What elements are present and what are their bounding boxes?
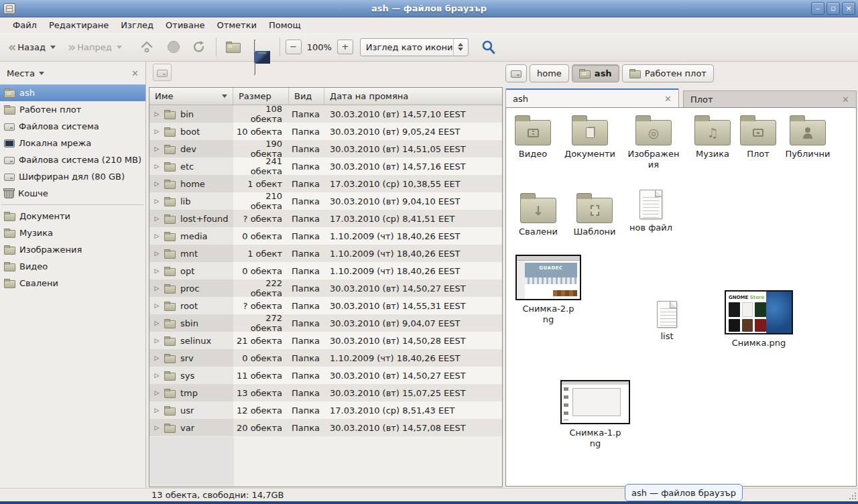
up-button[interactable] — [135, 37, 158, 57]
expander-icon[interactable]: ▷ — [149, 180, 164, 187]
table-row[interactable]: ▷ media 0 обекта Папка 1.10.2009 (чт) 18… — [149, 227, 502, 245]
table-row[interactable]: ▷ bin 108 обекта Папка 30.03.2010 (вт) 1… — [149, 105, 502, 123]
sidebar-item-network[interactable]: Локална мрежа — [0, 135, 145, 151]
breadcrumb-root-button[interactable] — [505, 64, 527, 82]
icon-item-snimka-2[interactable]: GUADEC Снимка-2.png — [515, 255, 581, 326]
expander-icon[interactable]: ▷ — [149, 163, 164, 170]
search-button[interactable] — [477, 36, 501, 58]
menu-item[interactable]: Изглед — [115, 19, 160, 32]
tab-close-icon[interactable]: ✕ — [664, 94, 672, 104]
maximize-button[interactable]: ▫ — [826, 2, 840, 15]
table-row[interactable]: ▷ sbin 272 обекта Папка 30.03.2010 (вт) … — [149, 314, 502, 332]
table-row[interactable]: ▷ boot 10 обекта Папка 30.03.2010 (вт) 9… — [149, 123, 502, 140]
icon-item-snimka-1[interactable]: Снимка-1.png — [560, 380, 630, 450]
icon-item-desktop[interactable]: Плот — [737, 115, 780, 160]
expander-icon[interactable]: ▷ — [149, 407, 164, 414]
icon-item-videos[interactable]: Видео — [506, 115, 560, 160]
sidebar-item-filesystem-210mb[interactable]: Файлова система (210 MB) — [0, 151, 145, 168]
table-row[interactable]: ▷ mnt 1 обект Папка 1.10.2009 (чт) 18,40… — [149, 245, 502, 262]
forward-button[interactable]: » Напред — [64, 38, 126, 56]
sidebar-item-documents[interactable]: Документи — [0, 208, 145, 225]
icon-item-downloads[interactable]: ↓ Свалени — [510, 192, 566, 237]
sidebar-item-encrypted-80gb[interactable]: Шифриран дял (80 GB) — [0, 168, 145, 185]
expander-icon[interactable]: ▷ — [149, 389, 164, 396]
expander-icon[interactable]: ▷ — [149, 337, 164, 344]
resize-grip[interactable] — [855, 498, 856, 499]
table-row[interactable]: ▷ var 20 обекта Папка 30.03.2010 (вт) 14… — [149, 419, 502, 436]
table-row[interactable]: ▷ sys 11 обекта Папка 30.03.2010 (вт) 14… — [149, 367, 502, 384]
expander-icon[interactable]: ▷ — [149, 128, 164, 135]
expander-icon[interactable]: ▷ — [149, 285, 164, 292]
icon-item-pictures[interactable]: ◎ Изображения — [627, 115, 680, 171]
menu-item[interactable]: Редактиране — [43, 19, 115, 32]
column-header-type[interactable]: Вид — [289, 88, 324, 105]
column-header-size[interactable]: Размер — [233, 88, 289, 105]
menu-item[interactable]: Отметки — [210, 19, 262, 32]
zoom-in-button[interactable]: + — [337, 40, 353, 54]
sidebar-item-videos[interactable]: Видео — [0, 258, 145, 275]
icon-item-templates[interactable]: Шаблони — [568, 192, 621, 237]
tab-plot[interactable]: Плот ✕ — [683, 90, 857, 107]
table-row[interactable]: ▷ dev 190 обекта Папка 30.03.2010 (вт) 1… — [149, 140, 502, 158]
expander-icon[interactable]: ▷ — [149, 145, 164, 152]
sidebar-item-trash[interactable]: Кошче — [0, 185, 145, 202]
expander-icon[interactable]: ▷ — [149, 424, 164, 431]
computer-button[interactable] — [250, 38, 274, 56]
breadcrumb-desktop-button[interactable]: Работен плот — [622, 64, 714, 82]
places-selector[interactable]: Места — [7, 68, 44, 78]
table-row[interactable]: ▷ root ? обекта Папка 30.03.2010 (вт) 14… — [149, 297, 502, 314]
menu-item[interactable]: Отиване — [160, 19, 210, 32]
breadcrumb-home-button[interactable]: home — [530, 64, 569, 82]
table-row[interactable]: ▷ selinux 21 обекта Папка 30.03.2010 (вт… — [149, 332, 502, 349]
sidebar-item-filesystem[interactable]: Файлова система — [0, 118, 145, 135]
tab-close-icon[interactable]: ✕ — [842, 94, 849, 105]
tab-ash[interactable]: ash ✕ — [505, 88, 679, 107]
close-button[interactable]: × — [842, 2, 855, 15]
expander-icon[interactable]: ▷ — [149, 198, 164, 204]
icon-item-documents[interactable]: Документи — [561, 115, 619, 160]
sidebar-item-pictures[interactable]: Изображения — [0, 241, 145, 258]
back-button[interactable]: « Назад — [4, 38, 60, 56]
icon-item-public[interactable]: Публични — [780, 115, 836, 160]
zoom-out-button[interactable]: − — [286, 40, 302, 54]
expander-icon[interactable]: ▷ — [149, 320, 164, 326]
table-row[interactable]: ▷ proc 222 обекта Папка 30.03.2010 (вт) … — [149, 279, 502, 297]
expander-icon[interactable]: ▷ — [149, 355, 164, 361]
icon-item-new-file[interactable]: нов файл — [623, 190, 679, 233]
expander-icon[interactable]: ▷ — [149, 111, 164, 117]
view-mode-select[interactable]: Изглед като икони — [360, 38, 469, 56]
icon-item-snimka[interactable]: GNOME Store Снимка.png — [725, 290, 793, 349]
table-row[interactable]: ▷ opt 0 обекта Папка 1.10.2009 (чт) 18,4… — [149, 262, 502, 279]
column-header-name[interactable]: Име — [149, 88, 233, 105]
home-button[interactable] — [222, 38, 245, 56]
reload-button[interactable] — [188, 37, 210, 57]
sidebar-item-music[interactable]: Музика — [0, 225, 145, 241]
table-row[interactable]: ▷ tmp 13 обекта Папка 30.03.2010 (вт) 15… — [149, 384, 502, 401]
root-button[interactable] — [153, 64, 172, 81]
menu-item[interactable]: Помощ — [263, 19, 307, 32]
table-row[interactable]: ▷ lib 210 обекта Папка 30.03.2010 (вт) 9… — [149, 192, 502, 210]
sidebar-item-desktop[interactable]: Работен плот — [0, 101, 145, 118]
spinner-arrows-icon[interactable] — [453, 39, 468, 56]
breadcrumb-ash-button[interactable]: ash — [572, 64, 619, 82]
table-row[interactable]: ▷ home 1 обект Папка 17.03.2010 (ср) 10,… — [149, 175, 502, 192]
expander-icon[interactable]: ▷ — [149, 302, 164, 309]
sidebar-item-home[interactable]: ash — [0, 84, 145, 101]
column-header-date[interactable]: Дата на промяна — [324, 88, 502, 105]
menu-item[interactable]: Файл — [7, 19, 43, 32]
expander-icon[interactable]: ▷ — [149, 250, 164, 257]
sidebar-close-icon[interactable]: ✕ — [131, 68, 139, 78]
table-row[interactable]: ▷ etc 241 обекта Папка 30.03.2010 (вт) 1… — [149, 158, 502, 175]
expander-icon[interactable]: ▷ — [149, 215, 164, 222]
back-dropdown-icon[interactable] — [50, 46, 56, 49]
expander-icon[interactable]: ▷ — [149, 233, 164, 239]
table-row[interactable]: ▷ usr 12 обекта Папка 17.03.2010 (ср) 8,… — [149, 401, 502, 419]
table-row[interactable]: ▷ srv 0 обекта Папка 1.10.2009 (чт) 18,4… — [149, 349, 502, 367]
expander-icon[interactable]: ▷ — [149, 372, 164, 379]
icon-item-list[interactable]: list — [651, 301, 683, 342]
expander-icon[interactable]: ▷ — [149, 267, 164, 274]
taskbar-window-button[interactable]: ash — файлов браузър — [625, 484, 743, 501]
sidebar-item-downloads[interactable]: Свалени — [0, 275, 145, 292]
table-row[interactable]: ▷ lost+found ? обекта Папка 17.03.2010 (… — [149, 210, 502, 227]
icon-item-music[interactable]: ♫ Музика — [686, 115, 739, 160]
